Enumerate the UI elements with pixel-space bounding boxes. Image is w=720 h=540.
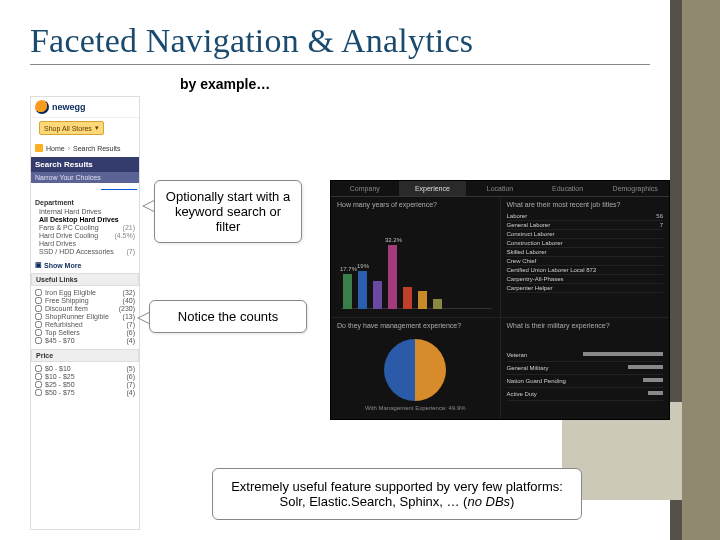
list-item[interactable]: Laborer56: [507, 212, 664, 221]
callout-text: Optionally start with a keyword search o…: [166, 189, 290, 234]
filter-checkbox[interactable]: $10 - $25(6): [35, 373, 135, 380]
filter-checkbox[interactable]: $45 - $70(4): [35, 337, 135, 344]
list-item[interactable]: Nation Guard Pending: [507, 375, 664, 388]
filter-checkbox[interactable]: Discount Item(230): [35, 305, 135, 312]
list-item[interactable]: Construct Laborer: [507, 230, 664, 239]
bar[interactable]: 17.7%: [343, 274, 352, 309]
recent-titles-panel: What are their most recent job titles? L…: [501, 197, 670, 317]
filter-checkbox[interactable]: $50 - $75(4): [35, 389, 135, 396]
filter-checkbox[interactable]: $25 - $50(7): [35, 381, 135, 388]
list-item[interactable]: General Military: [507, 362, 664, 375]
list-item[interactable]: Veteran: [507, 349, 664, 362]
tab-location[interactable]: Location: [466, 181, 534, 196]
dept-item[interactable]: Internal Hard Drives: [39, 208, 135, 215]
breadcrumb[interactable]: Home › Search Results: [31, 141, 139, 157]
callout-summary: Extremely useful feature supported by ve…: [212, 468, 582, 520]
slide-subtitle: by example…: [180, 76, 270, 92]
bar[interactable]: [418, 291, 427, 309]
department-heading: Department: [31, 196, 139, 207]
caret-down-icon: ▾: [95, 124, 99, 132]
slide: Faceted Navigation & Analytics by exampl…: [0, 0, 720, 540]
breadcrumb-home: Home: [46, 145, 65, 152]
analytics-dashboard-screenshot: Company Experience Location Education De…: [330, 180, 670, 420]
military-panel: What is their military experience? Veter…: [501, 318, 670, 419]
narrow-choices-label: Narrow Your Choices: [31, 172, 139, 183]
military-list: VeteranGeneral MilitaryNation Guard Pend…: [507, 349, 664, 401]
dashboard-tabs: Company Experience Location Education De…: [331, 181, 669, 197]
filter-checkbox[interactable]: $0 - $10(5): [35, 365, 135, 372]
price-list: $0 - $10(5) $10 - $25(6) $25 - $50(7) $5…: [31, 362, 139, 399]
chevron-right-icon: ›: [68, 145, 70, 152]
title-underline: [30, 64, 650, 65]
price-heading: Price: [31, 349, 139, 362]
shop-all-stores-button[interactable]: Shop All Stores ▾: [39, 121, 104, 135]
bar-chart: 17.7%19%32.2%: [343, 229, 490, 309]
tab-company[interactable]: Company: [331, 181, 399, 196]
slide-title: Faceted Navigation & Analytics: [30, 22, 473, 60]
tab-demographics[interactable]: Demographics: [601, 181, 669, 196]
callout-pointer: [137, 312, 149, 324]
plus-icon: ▣: [35, 261, 42, 269]
shop-all-label: Shop All Stores: [44, 125, 92, 132]
callout-text: Notice the counts: [178, 309, 278, 324]
dept-item[interactable]: Hard Drives: [39, 240, 135, 247]
panel-title: Do they have management experience?: [337, 322, 494, 329]
breadcrumb-current: Search Results: [73, 145, 120, 152]
pie-chart: [384, 339, 446, 401]
callout-keyword: Optionally start with a keyword search o…: [154, 180, 302, 243]
list-item[interactable]: General Laborer7: [507, 221, 664, 230]
callout-counts: Notice the counts: [149, 300, 307, 333]
filter-checkbox[interactable]: Refurbished(7): [35, 321, 135, 328]
dept-item-selected[interactable]: All Desktop Hard Drives: [39, 216, 135, 223]
show-more-link[interactable]: ▣ Show More: [31, 259, 139, 271]
dept-item[interactable]: SSD / HDD Accessories(7): [39, 248, 135, 255]
job-titles-list: Laborer56General Laborer7Construct Labor…: [507, 212, 664, 293]
panel-title: What is their military experience?: [507, 322, 664, 329]
callout-pointer: [142, 200, 154, 212]
useful-links-list: Iron Egg Eligible(32) Free Shipping(40) …: [31, 286, 139, 347]
years-experience-panel: How many years of experience? 17.7%19%32…: [331, 197, 501, 317]
management-panel: Do they have management experience? With…: [331, 318, 501, 419]
store-logo[interactable]: newegg: [31, 97, 139, 118]
bar[interactable]: [373, 281, 382, 309]
faceted-nav-screenshot: newegg Shop All Stores ▾ Home › Search R…: [30, 96, 140, 530]
list-item[interactable]: Carpenter Helper: [507, 284, 664, 293]
useful-links-heading: Useful Links: [31, 273, 139, 286]
selected-filter-row: [31, 183, 139, 196]
tab-experience[interactable]: Experience: [399, 181, 467, 196]
home-icon: [35, 144, 43, 152]
bar[interactable]: [433, 299, 442, 309]
callout-text: Extremely useful feature supported by ve…: [231, 479, 563, 509]
accent-bar-right: [682, 0, 720, 540]
panel-title: How many years of experience?: [337, 201, 494, 208]
filter-checkbox[interactable]: Free Shipping(40): [35, 297, 135, 304]
list-item[interactable]: Skilled Laborer: [507, 248, 664, 257]
logo-icon: [35, 100, 49, 114]
bar[interactable]: 32.2%: [388, 245, 397, 309]
tab-education[interactable]: Education: [534, 181, 602, 196]
dept-item[interactable]: Fans & PC Cooling(21): [39, 224, 135, 231]
list-item[interactable]: Certified Union Laborer Local 872: [507, 266, 664, 275]
filter-checkbox[interactable]: ShopRunner Eligible(13): [35, 313, 135, 320]
pie-label: With Management Experience: 49.9%: [337, 405, 494, 412]
list-item[interactable]: Carpentry-All-Phases: [507, 275, 664, 284]
dept-item[interactable]: Hard Drive Cooling(4.5%): [39, 232, 135, 239]
list-item[interactable]: Active Duty: [507, 388, 664, 401]
logo-text: newegg: [52, 102, 86, 112]
list-item[interactable]: Construction Laborer: [507, 239, 664, 248]
list-item[interactable]: Crew Chief: [507, 257, 664, 266]
department-list: Internal Hard Drives All Desktop Hard Dr…: [31, 208, 139, 259]
filter-checkbox[interactable]: Iron Egg Eligible(32): [35, 289, 135, 296]
bar[interactable]: [403, 287, 412, 309]
bar[interactable]: 19%: [358, 271, 367, 309]
filter-checkbox[interactable]: Top Sellers(6): [35, 329, 135, 336]
search-results-header: Search Results: [31, 157, 139, 172]
panel-title: What are their most recent job titles?: [507, 201, 664, 208]
